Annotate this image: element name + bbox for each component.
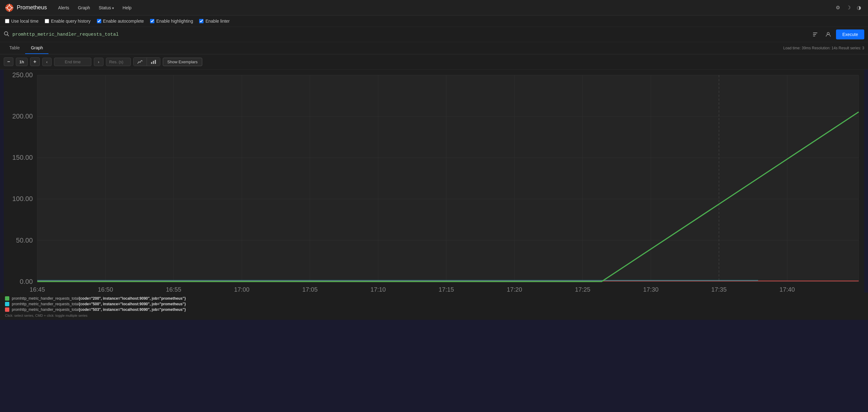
line-chart-button[interactable]: [133, 58, 147, 66]
svg-text:17:05: 17:05: [302, 286, 317, 293]
enable-query-history-checkbox[interactable]: Enable query history: [45, 19, 91, 24]
user-icon-button[interactable]: [823, 30, 834, 38]
toolbar: Use local time Enable query history Enab…: [0, 15, 868, 27]
tab-stats: Load time: 39ms Resolution: 14s Result s…: [783, 46, 864, 50]
time-prev-button[interactable]: ‹: [42, 58, 52, 66]
search-icon: [4, 31, 9, 38]
enable-linter-label: Enable linter: [205, 19, 229, 24]
legend-text-500: promhttp_metric_handler_requests_total{c…: [12, 302, 186, 306]
legend-text-200: promhttp_metric_handler_requests_total{c…: [12, 296, 186, 301]
enable-autocomplete-checkbox[interactable]: Enable autocomplete: [97, 19, 144, 24]
tabs: Table Graph: [4, 42, 49, 54]
svg-rect-15: [37, 75, 859, 282]
svg-text:200.00: 200.00: [12, 112, 33, 120]
tabs-row: Table Graph Load time: 39ms Resolution: …: [0, 42, 868, 54]
svg-line-7: [7, 35, 9, 36]
svg-text:100.00: 100.00: [12, 195, 33, 203]
legend-color-500: [5, 302, 9, 306]
nav-links: Alerts Graph Status Help: [54, 3, 834, 12]
duration-plus-button[interactable]: +: [30, 58, 40, 66]
nav-help[interactable]: Help: [119, 3, 135, 12]
settings-button[interactable]: ⚙: [834, 3, 842, 12]
enable-highlighting-label: Enable highlighting: [156, 19, 193, 24]
duration-minus-button[interactable]: −: [4, 58, 13, 66]
search-bar: Execute: [0, 27, 868, 42]
brand: Prometheus: [5, 3, 47, 12]
svg-rect-13: [153, 61, 154, 64]
svg-text:17:30: 17:30: [643, 286, 658, 293]
legend-text-503: promhttp_metric_handler_requests_total{c…: [12, 307, 186, 312]
search-input[interactable]: [12, 32, 810, 37]
svg-text:17:35: 17:35: [711, 286, 727, 293]
svg-rect-9: [813, 34, 816, 35]
tab-graph[interactable]: Graph: [25, 42, 49, 54]
svg-text:16:50: 16:50: [98, 286, 113, 293]
svg-text:16:45: 16:45: [30, 286, 45, 293]
legend-item-200[interactable]: promhttp_metric_handler_requests_total{c…: [5, 296, 863, 301]
execute-button[interactable]: Execute: [836, 30, 864, 39]
legend-color-503: [5, 307, 9, 312]
svg-rect-14: [155, 60, 156, 64]
duration-label: 1h: [16, 58, 27, 66]
svg-text:150.00: 150.00: [12, 153, 33, 161]
brand-logo-icon: [5, 3, 14, 12]
resolution-input[interactable]: [106, 58, 131, 66]
use-local-time-checkbox[interactable]: Use local time: [5, 19, 38, 24]
svg-text:17:10: 17:10: [370, 286, 385, 293]
legend-color-200: [5, 296, 9, 301]
svg-text:250.00: 250.00: [12, 71, 33, 79]
use-local-time-input[interactable]: [5, 19, 9, 23]
show-exemplars-button[interactable]: Show Exemplars: [163, 58, 203, 66]
chart-type-icons: [133, 58, 160, 66]
time-next-button[interactable]: ›: [94, 58, 103, 66]
svg-rect-10: [813, 36, 815, 36]
legend-item-503[interactable]: promhttp_metric_handler_requests_total{c…: [5, 307, 863, 312]
enable-query-history-label: Enable query history: [51, 19, 91, 24]
svg-text:50.00: 50.00: [16, 236, 33, 244]
query-history-icon-button[interactable]: [810, 30, 820, 38]
navbar: Prometheus Alerts Graph Status Help ⚙ ☽ …: [0, 0, 868, 15]
brand-name: Prometheus: [17, 4, 47, 11]
chart-svg: 250.00 200.00 150.00 100.00 50.00 0.00 1…: [4, 69, 864, 293]
svg-text:0.00: 0.00: [20, 278, 33, 285]
tab-table[interactable]: Table: [4, 42, 25, 54]
stacked-chart-button[interactable]: [147, 58, 160, 66]
svg-rect-8: [813, 33, 817, 33]
legend: promhttp_metric_handler_requests_total{c…: [0, 293, 868, 320]
svg-text:17:20: 17:20: [507, 286, 522, 293]
svg-text:17:00: 17:00: [234, 286, 249, 293]
graph-controls: − 1h + ‹ › Show Exemplars: [0, 54, 868, 69]
end-time-input[interactable]: [54, 58, 91, 66]
enable-autocomplete-label: Enable autocomplete: [103, 19, 144, 24]
nav-graph[interactable]: Graph: [74, 3, 94, 12]
enable-linter-checkbox[interactable]: Enable linter: [199, 19, 229, 24]
dark-mode-button[interactable]: ☽: [844, 3, 852, 12]
enable-highlighting-input[interactable]: [150, 19, 154, 23]
svg-text:17:25: 17:25: [575, 286, 590, 293]
navbar-icons: ⚙ ☽ ◑: [834, 3, 863, 12]
svg-text:16:55: 16:55: [166, 286, 181, 293]
timezone-button[interactable]: ◑: [855, 3, 863, 12]
enable-linter-input[interactable]: [199, 19, 204, 23]
search-actions: Execute: [810, 30, 864, 39]
svg-text:17:15: 17:15: [439, 286, 454, 293]
chart-container: 250.00 200.00 150.00 100.00 50.00 0.00 1…: [4, 69, 864, 293]
use-local-time-label: Use local time: [11, 19, 38, 24]
legend-item-500[interactable]: promhttp_metric_handler_requests_total{c…: [5, 302, 863, 306]
legend-hint: Click: select series, CMD + click: toggl…: [5, 314, 863, 317]
enable-highlighting-checkbox[interactable]: Enable highlighting: [150, 19, 193, 24]
svg-rect-12: [151, 62, 152, 64]
enable-autocomplete-input[interactable]: [97, 19, 101, 23]
enable-query-history-input[interactable]: [45, 19, 49, 23]
svg-text:17:40: 17:40: [779, 286, 795, 293]
nav-status[interactable]: Status: [95, 3, 118, 12]
nav-alerts[interactable]: Alerts: [54, 3, 73, 12]
